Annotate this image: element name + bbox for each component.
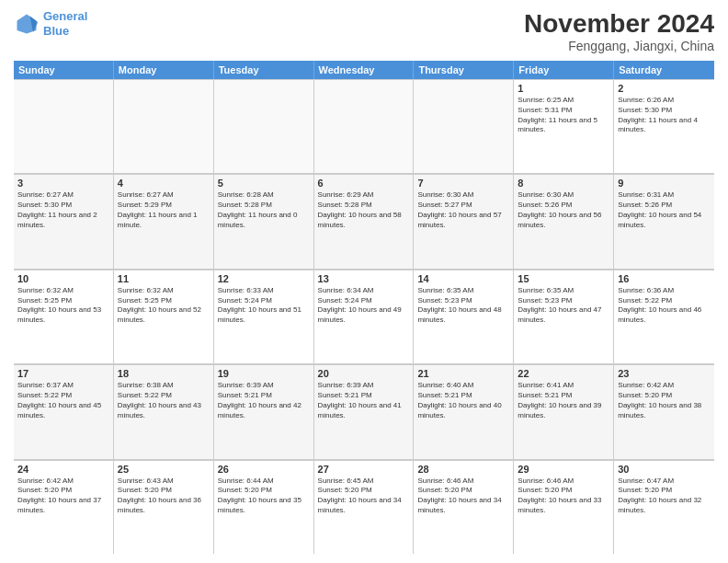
calendar: SundayMondayTuesdayWednesdayThursdayFrid…	[14, 61, 714, 554]
day-details: Sunrise: 6:35 AMSunset: 5:23 PMDaylight:…	[417, 286, 509, 326]
calendar-header-cell: Friday	[514, 61, 614, 79]
calendar-week: 3Sunrise: 6:27 AMSunset: 5:30 PMDaylight…	[14, 174, 714, 269]
calendar-week: 24Sunrise: 6:42 AMSunset: 5:20 PMDayligh…	[14, 460, 714, 554]
calendar-cell: 12Sunrise: 6:33 AMSunset: 5:24 PMDayligh…	[214, 270, 314, 363]
calendar-body: 1Sunrise: 6:25 AMSunset: 5:31 PMDaylight…	[14, 79, 714, 554]
day-details: Sunrise: 6:37 AMSunset: 5:22 PMDaylight:…	[17, 381, 109, 420]
calendar-cell: 10Sunrise: 6:32 AMSunset: 5:25 PMDayligh…	[14, 270, 114, 363]
calendar-week: 1Sunrise: 6:25 AMSunset: 5:31 PMDaylight…	[14, 79, 714, 174]
calendar-cell: 24Sunrise: 6:42 AMSunset: 5:20 PMDayligh…	[14, 461, 114, 554]
calendar-cell: 30Sunrise: 6:47 AMSunset: 5:20 PMDayligh…	[614, 461, 714, 554]
title-block: November 2024 Fenggang, Jiangxi, China	[524, 9, 714, 53]
calendar-week: 17Sunrise: 6:37 AMSunset: 5:22 PMDayligh…	[14, 364, 714, 459]
calendar-header-cell: Monday	[114, 61, 214, 79]
logo: General Blue	[14, 9, 87, 38]
day-number: 6	[318, 178, 410, 189]
day-number: 12	[218, 273, 310, 284]
calendar-header-cell: Thursday	[414, 61, 514, 79]
calendar-cell: 11Sunrise: 6:32 AMSunset: 5:25 PMDayligh…	[114, 270, 214, 363]
calendar-cell: 8Sunrise: 6:30 AMSunset: 5:26 PMDaylight…	[514, 175, 614, 268]
day-details: Sunrise: 6:36 AMSunset: 5:22 PMDaylight:…	[618, 286, 711, 326]
day-number: 9	[618, 178, 711, 189]
calendar-cell: 16Sunrise: 6:36 AMSunset: 5:22 PMDayligh…	[614, 270, 714, 363]
day-number: 8	[518, 178, 609, 189]
day-number: 25	[118, 464, 210, 475]
day-number: 15	[518, 273, 609, 284]
day-number: 17	[17, 368, 109, 379]
day-number: 16	[618, 273, 711, 284]
day-number: 14	[417, 273, 509, 284]
day-number: 27	[318, 464, 410, 475]
day-number: 10	[17, 273, 109, 284]
day-details: Sunrise: 6:42 AMSunset: 5:20 PMDaylight:…	[618, 381, 711, 420]
day-details: Sunrise: 6:42 AMSunset: 5:20 PMDaylight:…	[17, 477, 109, 516]
day-details: Sunrise: 6:38 AMSunset: 5:22 PMDaylight:…	[118, 381, 210, 420]
day-number: 19	[218, 368, 310, 379]
main-title: November 2024	[524, 9, 714, 39]
calendar-cell: 25Sunrise: 6:43 AMSunset: 5:20 PMDayligh…	[114, 461, 214, 554]
day-number: 13	[318, 273, 410, 284]
day-details: Sunrise: 6:39 AMSunset: 5:21 PMDaylight:…	[318, 381, 410, 420]
logo-line2: Blue	[43, 24, 69, 38]
calendar-cell: 13Sunrise: 6:34 AMSunset: 5:24 PMDayligh…	[314, 270, 415, 363]
calendar-cell: 23Sunrise: 6:42 AMSunset: 5:20 PMDayligh…	[614, 365, 714, 458]
day-details: Sunrise: 6:32 AMSunset: 5:25 PMDaylight:…	[118, 286, 210, 326]
calendar-cell: 9Sunrise: 6:31 AMSunset: 5:26 PMDaylight…	[614, 175, 714, 268]
day-number: 5	[218, 178, 310, 189]
header: General Blue November 2024 Fenggang, Jia…	[14, 9, 714, 53]
calendar-cell	[114, 80, 214, 173]
calendar-cell: 5Sunrise: 6:28 AMSunset: 5:28 PMDaylight…	[214, 175, 314, 268]
day-number: 26	[218, 464, 310, 475]
day-number: 28	[417, 464, 509, 475]
calendar-cell: 1Sunrise: 6:25 AMSunset: 5:31 PMDaylight…	[514, 80, 614, 173]
calendar-cell	[14, 80, 114, 173]
day-details: Sunrise: 6:28 AMSunset: 5:28 PMDaylight:…	[218, 190, 310, 230]
day-number: 20	[318, 368, 410, 379]
calendar-cell: 20Sunrise: 6:39 AMSunset: 5:21 PMDayligh…	[314, 365, 415, 458]
calendar-cell: 18Sunrise: 6:38 AMSunset: 5:22 PMDayligh…	[114, 365, 214, 458]
calendar-cell: 26Sunrise: 6:44 AMSunset: 5:20 PMDayligh…	[214, 461, 314, 554]
calendar-cell: 27Sunrise: 6:45 AMSunset: 5:20 PMDayligh…	[314, 461, 415, 554]
page: General Blue November 2024 Fenggang, Jia…	[0, 0, 728, 563]
calendar-cell: 28Sunrise: 6:46 AMSunset: 5:20 PMDayligh…	[414, 461, 514, 554]
calendar-header-cell: Sunday	[14, 61, 114, 79]
day-number: 23	[618, 368, 711, 379]
logo-text: General Blue	[43, 9, 87, 38]
day-details: Sunrise: 6:27 AMSunset: 5:30 PMDaylight:…	[17, 190, 109, 230]
day-number: 30	[618, 464, 711, 475]
day-details: Sunrise: 6:29 AMSunset: 5:28 PMDaylight:…	[318, 190, 410, 230]
calendar-header-cell: Tuesday	[214, 61, 314, 79]
calendar-week: 10Sunrise: 6:32 AMSunset: 5:25 PMDayligh…	[14, 270, 714, 364]
calendar-cell	[414, 80, 514, 173]
calendar-cell: 17Sunrise: 6:37 AMSunset: 5:22 PMDayligh…	[14, 365, 114, 458]
day-details: Sunrise: 6:45 AMSunset: 5:20 PMDaylight:…	[318, 477, 410, 516]
day-details: Sunrise: 6:35 AMSunset: 5:23 PMDaylight:…	[518, 286, 609, 326]
day-details: Sunrise: 6:39 AMSunset: 5:21 PMDaylight:…	[218, 381, 310, 420]
calendar-cell: 22Sunrise: 6:41 AMSunset: 5:21 PMDayligh…	[514, 365, 614, 458]
calendar-header: SundayMondayTuesdayWednesdayThursdayFrid…	[14, 61, 714, 79]
day-number: 29	[518, 464, 609, 475]
calendar-cell: 3Sunrise: 6:27 AMSunset: 5:30 PMDaylight…	[14, 175, 114, 268]
day-details: Sunrise: 6:34 AMSunset: 5:24 PMDaylight:…	[318, 286, 410, 326]
calendar-cell: 6Sunrise: 6:29 AMSunset: 5:28 PMDaylight…	[314, 175, 415, 268]
calendar-header-cell: Wednesday	[314, 61, 415, 79]
calendar-cell	[214, 80, 314, 173]
calendar-cell: 29Sunrise: 6:46 AMSunset: 5:20 PMDayligh…	[514, 461, 614, 554]
day-number: 24	[17, 464, 109, 475]
calendar-cell: 15Sunrise: 6:35 AMSunset: 5:23 PMDayligh…	[514, 270, 614, 363]
day-details: Sunrise: 6:26 AMSunset: 5:30 PMDaylight:…	[618, 96, 711, 135]
day-details: Sunrise: 6:41 AMSunset: 5:21 PMDaylight:…	[518, 381, 609, 420]
day-details: Sunrise: 6:32 AMSunset: 5:25 PMDaylight:…	[17, 286, 109, 326]
day-number: 11	[118, 273, 210, 284]
day-details: Sunrise: 6:31 AMSunset: 5:26 PMDaylight:…	[618, 190, 711, 230]
day-number: 18	[118, 368, 210, 379]
day-details: Sunrise: 6:40 AMSunset: 5:21 PMDaylight:…	[417, 381, 509, 420]
day-details: Sunrise: 6:46 AMSunset: 5:20 PMDaylight:…	[417, 477, 509, 516]
calendar-cell	[314, 80, 415, 173]
day-number: 4	[118, 178, 210, 189]
day-number: 21	[417, 368, 509, 379]
calendar-cell: 7Sunrise: 6:30 AMSunset: 5:27 PMDaylight…	[414, 175, 514, 268]
day-number: 22	[518, 368, 609, 379]
calendar-header-cell: Saturday	[614, 61, 714, 79]
calendar-cell: 4Sunrise: 6:27 AMSunset: 5:29 PMDaylight…	[114, 175, 214, 268]
